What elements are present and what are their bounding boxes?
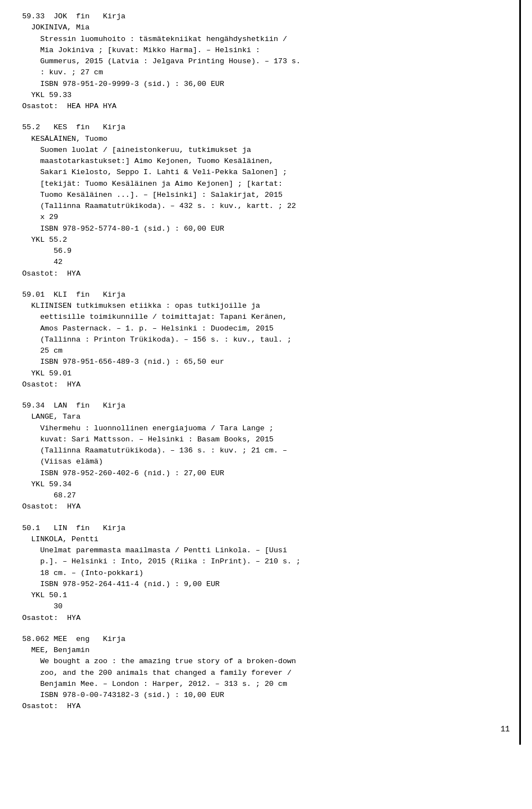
entries-container: 59.33 JOK fin Kirja JOKINIVA, Mia Stress… (22, 11, 510, 713)
entry-line: eettisille toimikunnille / toimittajat: … (22, 312, 510, 323)
entry-line: YKL 50.1 (22, 590, 510, 601)
entry-line: zoo, and the 200 animals that changed a … (22, 668, 510, 679)
page-border-right (519, 0, 521, 745)
entry-line: 58.062 MEE eng Kirja (22, 634, 510, 645)
entry-line: 50.1 LIN fin Kirja (22, 523, 510, 534)
entry-line: KESÄLÄINEN, Tuomo (22, 134, 510, 145)
entry-3: 59.01 KLI fin Kirja KLIINISEN tutkimukse… (22, 289, 510, 390)
entry-5: 50.1 LIN fin Kirja LINKOLA, Pentti Unelm… (22, 523, 510, 624)
entry-line: YKL 59.34 (22, 479, 510, 490)
entry-line: Tuomo Kesäläinen ...]. – [Helsinki] : Sa… (22, 190, 510, 201)
entry-line: 59.33 JOK fin Kirja (22, 11, 510, 22)
entry-line: Osastot: HEA HPA HYA (22, 101, 510, 112)
entry-line: Mia Jokiniva ; [kuvat: Mikko Harma]. – H… (22, 45, 510, 56)
entry-line: (Tallinna : Printon Trükikoda). – 156 s.… (22, 334, 510, 345)
entry-line: 59.01 KLI fin Kirja (22, 289, 510, 301)
entry-line: (Viisas elämä) (22, 456, 510, 467)
entry-line: kuvat: Sari Mattsson. – Helsinki : Basam… (22, 434, 510, 445)
entry-2: 55.2 KES fin Kirja KESÄLÄINEN, Tuomo Suo… (22, 122, 510, 279)
entry-line: Amos Pasternack. – 1. p. – Helsinki : Du… (22, 323, 510, 334)
entry-1: 59.33 JOK fin Kirja JOKINIVA, Mia Stress… (22, 11, 510, 112)
page-number: 11 (500, 725, 510, 734)
entry-line: JOKINIVA, Mia (22, 22, 510, 33)
entry-line: Osastot: HYA (22, 613, 510, 624)
entry-line: 30 (22, 601, 510, 612)
entry-line: ISBN 978-951-656-489-3 (nid.) : 65,50 eu… (22, 357, 510, 368)
entry-line: ISBN 978-0-00-743182-3 (sid.) : 10,00 EU… (22, 690, 510, 701)
entry-line: We bought a zoo : the amazing true story… (22, 656, 510, 667)
entry-line: Suomen luolat / [aineistonkeruu, tutkimu… (22, 145, 510, 156)
entry-line: 68.27 (22, 490, 510, 501)
entry-line: 56.9 (22, 246, 510, 257)
entry-line: Benjamin Mee. – London : Harper, 2012. –… (22, 679, 510, 690)
entry-4: 59.34 LAN fin Kirja LANGE, Tara Vihermeh… (22, 400, 510, 513)
entry-line: Unelmat paremmasta maailmasta / Pentti L… (22, 545, 510, 556)
entry-line: KLIINISEN tutkimuksen etiikka : opas tut… (22, 301, 510, 312)
entry-line: 55.2 KES fin Kirja (22, 122, 510, 133)
entry-line: ISBN 978-952-5774-80-1 (sid.) : 60,00 EU… (22, 223, 510, 235)
entry-line: LINKOLA, Pentti (22, 534, 510, 545)
entry-line: 59.34 LAN fin Kirja (22, 400, 510, 411)
entry-line: Osastot: HYA (22, 701, 510, 712)
entry-line: Osastot: HYA (22, 379, 510, 390)
entry-line: Osastot: HYA (22, 501, 510, 512)
entry-line: 18 cm. – (Into-pokkari) (22, 568, 510, 579)
entry-line: YKL 59.33 (22, 90, 510, 101)
entry-line: ISBN 978-951-20-9999-3 (sid.) : 36,00 EU… (22, 79, 510, 90)
entry-line: MEE, Benjamin (22, 645, 510, 656)
page-container: 59.33 JOK fin Kirja JOKINIVA, Mia Stress… (0, 0, 532, 745)
entry-line: maastotarkastukset:] Aimo Kejonen, Tuomo… (22, 156, 510, 167)
entry-line: [tekijät: Tuomo Kesäläinen ja Aimo Kejon… (22, 179, 510, 190)
entry-line: YKL 55.2 (22, 235, 510, 246)
entry-line: 42 (22, 257, 510, 268)
entry-line: p.]. – Helsinki : Into, 2015 (Riika : In… (22, 556, 510, 567)
entry-line: ISBN 978-952-264-411-4 (nid.) : 9,00 EUR (22, 579, 510, 590)
entry-line: Sakari Kielosto, Seppo I. Lahti & Veli-P… (22, 167, 510, 178)
entry-line: YKL 59.01 (22, 368, 510, 379)
entry-line: : kuv. ; 27 cm (22, 67, 510, 78)
entry-line: Gummerus, 2015 (Latvia : Jelgava Printin… (22, 56, 510, 67)
entry-line: (Tallinna Raamatutrükikoda). – 136 s. : … (22, 445, 510, 456)
entry-line: 25 cm (22, 345, 510, 357)
entry-line: ISBN 978-952-260-402-6 (nid.) : 27,00 EU… (22, 468, 510, 479)
entry-line: Osastot: HYA (22, 268, 510, 279)
entry-line: LANGE, Tara (22, 411, 510, 423)
entry-line: (Tallinna Raamatutrükikoda). – 432 s. : … (22, 201, 510, 212)
entry-line: Stressin luomuhoito : täsmätekniikat hen… (22, 34, 510, 45)
entry-line: Vihermehu : luonnollinen energiajuoma / … (22, 423, 510, 434)
entry-line: x 29 (22, 212, 510, 223)
entry-6: 58.062 MEE eng Kirja MEE, Benjamin We bo… (22, 634, 510, 713)
